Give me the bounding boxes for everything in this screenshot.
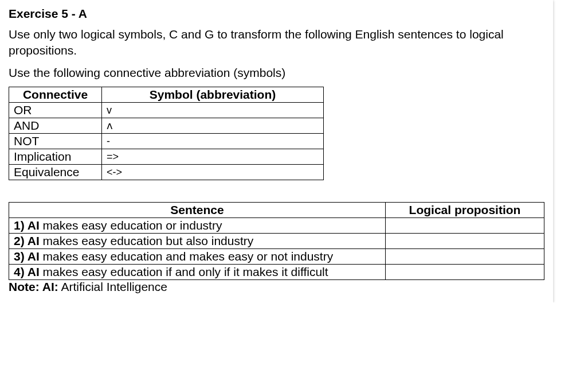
connectives-table: Connective Symbol (abbreviation) OR v AN…	[9, 87, 324, 180]
sentence-num: 1) AI	[14, 219, 40, 232]
exercise-title: Exercise 5 - A	[9, 7, 544, 21]
connective-cell: Implication	[9, 149, 102, 165]
connective-header: Connective	[9, 87, 102, 103]
symbol-cell: <->	[102, 165, 324, 180]
symbol-cell: ʌ	[102, 118, 324, 134]
connective-cell: AND	[9, 118, 102, 134]
table-row: Implication =>	[9, 149, 324, 165]
table-row: 2) AI makes easy education but also indu…	[9, 234, 544, 249]
note-text: Artificial Intelligence	[58, 280, 167, 293]
connective-cell: Equivalence	[9, 165, 102, 180]
proposition-cell	[386, 234, 544, 249]
connective-cell: OR	[9, 103, 102, 118]
sentence-text: makes easy education and makes easy or n…	[40, 250, 333, 263]
table-row: 3) AI makes easy education and makes eas…	[9, 249, 544, 265]
proposition-cell	[386, 218, 544, 234]
table-row: AND ʌ	[9, 118, 324, 134]
symbol-header: Symbol (abbreviation)	[102, 87, 324, 103]
table-row: 4) AI makes easy education if and only i…	[9, 265, 544, 280]
sentence-header: Sentence	[9, 203, 386, 218]
sentence-cell: 4) AI makes easy education if and only i…	[9, 265, 386, 280]
sentence-cell: 3) AI makes easy education and makes eas…	[9, 249, 386, 265]
symbol-cell: -	[102, 134, 324, 149]
sentence-num: 3) AI	[14, 250, 40, 263]
note-line: Note: AI: Artificial Intelligence	[9, 280, 544, 294]
sentences-table: Sentence Logical proposition 1) AI makes…	[9, 202, 544, 280]
intro-paragraph-1: Use only two logical symbols, C and G to…	[9, 26, 544, 59]
sentence-text: makes easy education or industry	[40, 219, 222, 232]
note-label: Note: AI:	[9, 280, 58, 293]
sentence-text: makes easy education if and only if it m…	[40, 265, 328, 278]
sentence-num: 4) AI	[14, 265, 40, 278]
sentence-cell: 1) AI makes easy education or industry	[9, 218, 386, 234]
table-row: OR v	[9, 103, 324, 118]
proposition-cell	[386, 265, 544, 280]
sentence-cell: 2) AI makes easy education but also indu…	[9, 234, 386, 249]
table-row: 1) AI makes easy education or industry	[9, 218, 544, 234]
proposition-cell	[386, 249, 544, 265]
sentence-text: makes easy education but also industry	[40, 234, 254, 247]
connective-cell: NOT	[9, 134, 102, 149]
intro-paragraph-2: Use the following connective abbreviatio…	[9, 65, 544, 81]
table-row: NOT -	[9, 134, 324, 149]
proposition-header: Logical proposition	[386, 203, 544, 218]
document-page: Exercise 5 - A Use only two logical symb…	[0, 0, 553, 302]
sentence-num: 2) AI	[14, 234, 40, 247]
table-row: Equivalence <->	[9, 165, 324, 180]
symbol-cell: =>	[102, 149, 324, 165]
symbol-cell: v	[102, 103, 324, 118]
